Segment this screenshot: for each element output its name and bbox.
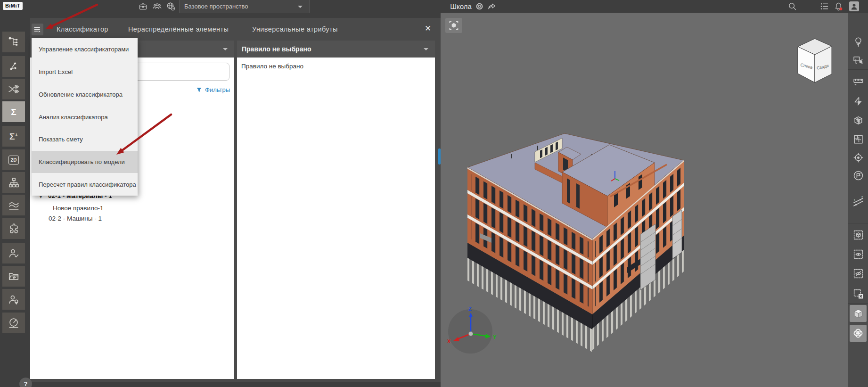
top-bar: BiMiT Базовое пространство Школа bbox=[0, 0, 868, 13]
toolbar-item-isolate[interactable] bbox=[850, 226, 867, 243]
3d-viewport[interactable]: Слева Сзади Z X Y bbox=[441, 13, 848, 387]
deselect-icon bbox=[852, 288, 864, 300]
search-icon[interactable] bbox=[787, 1, 797, 11]
left-sidebar: Σ Σ+ 2D bbox=[0, 13, 27, 387]
toolbar-item-issues[interactable] bbox=[850, 167, 867, 184]
shaded-cube-icon bbox=[852, 308, 864, 320]
hamburger-menu-icon bbox=[33, 25, 42, 34]
help-button[interactable]: ? bbox=[19, 378, 32, 387]
toolbar-item-locate[interactable] bbox=[850, 149, 867, 166]
settings-gear-icon[interactable] bbox=[475, 1, 484, 11]
stair-tower bbox=[640, 224, 655, 290]
axis-label-x: X bbox=[447, 338, 451, 344]
sigma-icon: Σ bbox=[11, 107, 16, 116]
toolbar-item-measure[interactable] bbox=[850, 73, 867, 90]
select-similar-icon bbox=[852, 54, 864, 66]
roof-antenna bbox=[537, 146, 538, 150]
briefcase-icon[interactable] bbox=[138, 1, 148, 11]
toolbar-divider bbox=[848, 69, 868, 70]
section-box-icon bbox=[852, 115, 864, 126]
toolbar-item-show[interactable] bbox=[850, 246, 867, 263]
sidebar-item-sheets-2d[interactable]: 2D bbox=[2, 149, 25, 170]
sidebar-item-versions[interactable] bbox=[2, 56, 25, 77]
menu-item-recalculate-rules[interactable]: Пересчет правил классификатора bbox=[32, 173, 138, 196]
target-icon bbox=[852, 152, 864, 164]
2d-sheet-icon: 2D bbox=[8, 156, 19, 165]
shuffle-icon bbox=[8, 83, 20, 95]
tab-universal-attributes[interactable]: Универсальные атрибуты bbox=[252, 18, 338, 41]
toolbar-item-environment[interactable] bbox=[850, 33, 867, 50]
filters-label: Фильтры bbox=[205, 86, 230, 93]
nav-cube[interactable]: Слева Сзади bbox=[798, 39, 832, 82]
toolbar-item-hide[interactable] bbox=[850, 265, 867, 282]
user-avatar[interactable] bbox=[849, 1, 859, 11]
axis-label-z: Z bbox=[468, 306, 472, 312]
sidebar-item-plugins[interactable] bbox=[2, 218, 25, 239]
flag-icon bbox=[852, 170, 864, 181]
notifications-bell-icon[interactable] bbox=[834, 1, 843, 11]
sidebar-item-model-tree[interactable] bbox=[2, 32, 25, 52]
menu-item-import-excel[interactable]: Import Excel bbox=[32, 61, 138, 83]
sigma-plus-icon: Σ+ bbox=[9, 132, 18, 141]
sidebar-item-clash-links[interactable] bbox=[2, 79, 25, 99]
close-panel-button[interactable]: ✕ bbox=[421, 22, 434, 35]
sidebar-item-structure[interactable] bbox=[2, 172, 25, 193]
panel-tabs-bar: Классификатор Нераспределённые элементы … bbox=[30, 18, 441, 41]
workspace-selector[interactable]: Базовое пространство bbox=[180, 0, 309, 13]
notification-badge bbox=[839, 8, 842, 10]
rule-empty-message: Правило не выбрано bbox=[241, 63, 303, 70]
team-icon[interactable] bbox=[152, 1, 162, 11]
classifier-menu-button[interactable] bbox=[32, 24, 43, 35]
floor-plan-icon bbox=[852, 133, 864, 145]
sidebar-item-dashboard[interactable] bbox=[2, 313, 25, 333]
menu-item-analyze-classifier[interactable]: Анализ классификатора bbox=[32, 106, 138, 128]
sidebar-item-classifier[interactable]: Σ bbox=[2, 101, 25, 122]
section-plane-icon bbox=[852, 96, 864, 107]
stair-tower-small bbox=[672, 210, 682, 259]
menu-item-update-classifier[interactable]: Обновление классификатора bbox=[32, 83, 138, 106]
person-pin-icon bbox=[8, 294, 20, 305]
app-logo: BiMiT bbox=[3, 2, 23, 10]
toolbar-item-shaded-view[interactable] bbox=[850, 305, 867, 322]
sidebar-item-classifier-plus[interactable]: Σ+ bbox=[2, 126, 25, 147]
toolbar-item-dimensions[interactable]: 1 2 bbox=[850, 188, 867, 216]
list-icon[interactable] bbox=[819, 1, 829, 11]
right-toolbar: 1 2 bbox=[848, 13, 868, 387]
ruler-icon bbox=[852, 75, 864, 87]
person-check-icon bbox=[8, 247, 20, 259]
tab-classifier[interactable]: Классификатор bbox=[57, 18, 108, 41]
toolbar-item-orbit[interactable] bbox=[850, 325, 867, 342]
share-icon[interactable] bbox=[487, 1, 497, 11]
sidebar-item-export-folder[interactable] bbox=[2, 266, 25, 287]
chevron-down-icon bbox=[223, 48, 228, 50]
sidebar-item-user-location[interactable] bbox=[2, 289, 25, 310]
toolbar-item-section-box[interactable] bbox=[850, 112, 867, 129]
toolbar-item-clear-selection[interactable] bbox=[850, 285, 867, 302]
menu-item-classify-by-model[interactable]: Классифицировать по модели bbox=[32, 151, 138, 173]
orbit-clover-icon bbox=[852, 327, 864, 339]
filters-link[interactable]: Фильтры bbox=[196, 86, 230, 93]
menu-item-manage-classifiers[interactable]: Управление классификаторами bbox=[32, 38, 138, 61]
globe-clock-icon[interactable] bbox=[166, 1, 176, 11]
tree-item-machines[interactable]: 02-2 - Машины - 1 bbox=[49, 215, 102, 222]
model-tree-icon bbox=[8, 36, 20, 48]
rule-select-dropdown[interactable]: Правило не выбрано bbox=[237, 41, 435, 58]
toolbar-item-section-plane[interactable] bbox=[850, 93, 867, 110]
toolbar-divider bbox=[848, 303, 868, 304]
dim-badge-2: 2 bbox=[861, 196, 863, 199]
org-chart-icon bbox=[8, 177, 20, 189]
nav-sphere[interactable]: Z X Y bbox=[447, 306, 497, 354]
dim-badge-1: 1 bbox=[853, 198, 855, 202]
fit-view-button[interactable] bbox=[445, 18, 462, 33]
sidebar-item-analytics[interactable] bbox=[2, 195, 25, 215]
panel-scrollbar-thumb[interactable] bbox=[438, 148, 441, 165]
menu-item-show-estimate[interactable]: Показать смету bbox=[32, 128, 138, 151]
gauge-icon bbox=[8, 317, 20, 329]
person-icon bbox=[849, 1, 859, 11]
sidebar-item-approvals[interactable] bbox=[2, 243, 25, 263]
bimit-app: BiMiT Базовое пространство Школа bbox=[0, 0, 868, 387]
tree-item-new-rule[interactable]: Новое правило-1 bbox=[53, 205, 104, 212]
tab-unassigned-elements[interactable]: Нераспределённые элементы bbox=[128, 18, 229, 41]
toolbar-item-floor-plan[interactable] bbox=[850, 131, 867, 148]
toolbar-item-select-similar[interactable] bbox=[850, 51, 867, 68]
